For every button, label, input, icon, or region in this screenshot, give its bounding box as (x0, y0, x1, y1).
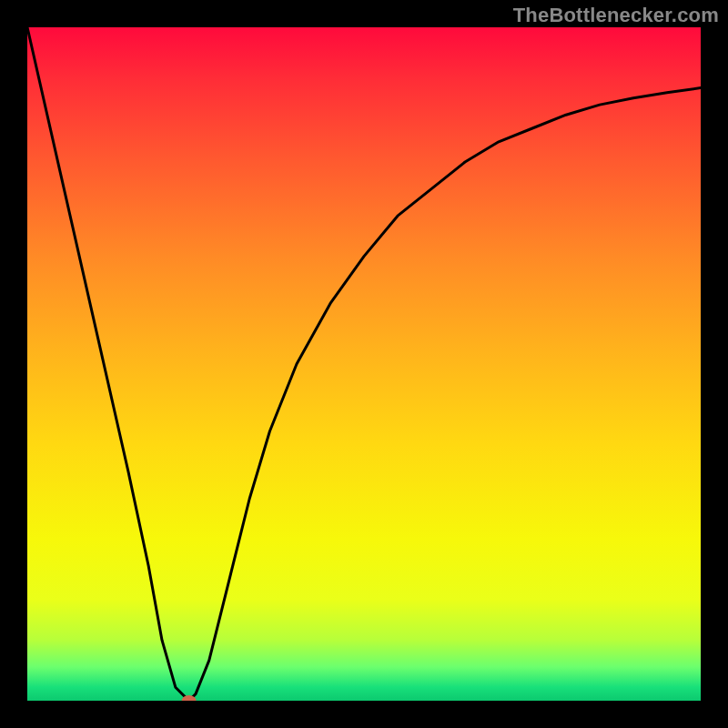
attribution-text: TheBottlenecker.com (513, 4, 719, 27)
bottleneck-curve (27, 27, 701, 701)
chart-frame: TheBottlenecker.com (0, 0, 728, 728)
plot-area (27, 27, 701, 701)
curve-svg (27, 27, 701, 701)
